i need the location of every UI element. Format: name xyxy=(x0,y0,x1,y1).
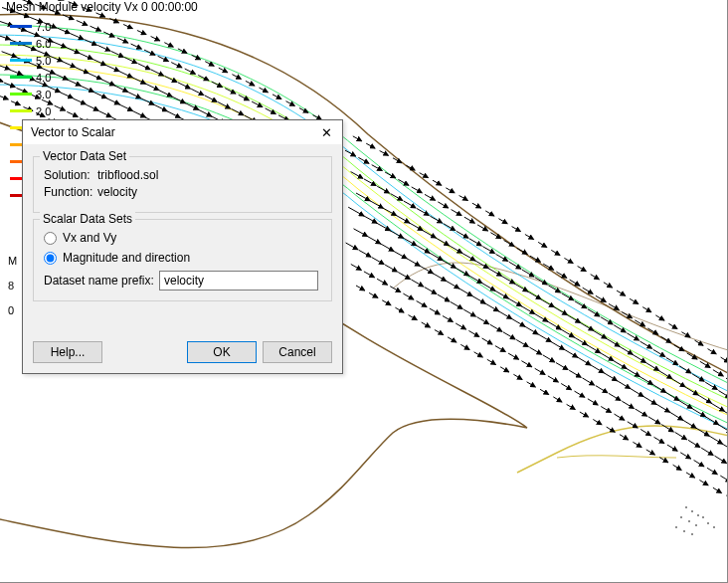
svg-line-279 xyxy=(527,382,536,387)
svg-line-206 xyxy=(430,308,440,314)
svg-line-40 xyxy=(77,21,88,26)
svg-line-66 xyxy=(117,38,128,43)
ok-button[interactable]: OK xyxy=(187,341,257,363)
svg-line-241 xyxy=(490,324,502,331)
svg-line-106 xyxy=(191,89,204,95)
help-button[interactable]: Help... xyxy=(33,341,102,363)
svg-line-161 xyxy=(364,272,375,278)
svg-point-406 xyxy=(713,526,715,528)
svg-line-140 xyxy=(385,172,396,178)
svg-line-288 xyxy=(540,389,549,394)
svg-line-109 xyxy=(219,68,228,73)
svg-line-113 xyxy=(232,75,241,80)
svg-line-232 xyxy=(477,317,489,324)
svg-line-207 xyxy=(422,322,431,327)
svg-line-345 xyxy=(679,366,691,373)
svg-line-274 xyxy=(567,314,581,322)
legend-swatch xyxy=(10,42,32,45)
svg-line-82 xyxy=(138,64,151,70)
cancel-button[interactable]: Cancel xyxy=(263,341,332,363)
svg-line-244 xyxy=(551,250,560,255)
svg-line-384 xyxy=(694,461,704,467)
svg-line-359 xyxy=(654,437,664,443)
svg-line-49 xyxy=(91,26,101,31)
svg-line-321 xyxy=(617,380,631,388)
svg-line-44 xyxy=(54,74,69,80)
close-button[interactable]: ✕ xyxy=(312,122,340,142)
svg-line-268 xyxy=(529,347,541,354)
svg-line-144 xyxy=(354,229,368,237)
solution-value: tribflood.sol xyxy=(97,168,158,182)
svg-line-162 xyxy=(356,286,365,291)
svg-line-390 xyxy=(707,468,717,474)
svg-point-409 xyxy=(691,533,693,535)
svg-line-315 xyxy=(580,412,589,417)
legend-row: 5.0 xyxy=(10,52,55,69)
svg-line-65 xyxy=(123,25,132,29)
svg-line-303 xyxy=(590,365,604,373)
svg-line-204 xyxy=(446,281,459,289)
svg-line-174 xyxy=(430,216,442,223)
svg-line-184 xyxy=(436,238,450,246)
svg-line-55 xyxy=(55,105,66,110)
svg-line-326 xyxy=(661,336,671,342)
svg-line-123 xyxy=(273,95,281,99)
svg-line-271 xyxy=(591,275,600,280)
svg-line-20 xyxy=(0,96,8,99)
svg-line-374 xyxy=(703,415,718,424)
svg-line-73 xyxy=(137,31,146,35)
svg-line-348 xyxy=(656,404,670,412)
svg-line-134 xyxy=(380,151,389,156)
svg-line-231 xyxy=(485,303,499,311)
svg-line-110 xyxy=(212,82,223,88)
svg-line-339 xyxy=(642,396,656,404)
svg-line-102 xyxy=(171,97,185,103)
svg-line-182 xyxy=(452,210,461,216)
svg-line-85 xyxy=(118,104,132,111)
radio-magnitude-direction[interactable] xyxy=(44,252,57,265)
svg-point-401 xyxy=(680,516,682,518)
svg-line-289 xyxy=(617,291,626,295)
prefix-input[interactable] xyxy=(159,271,318,291)
svg-line-383 xyxy=(701,448,713,455)
svg-line-395 xyxy=(713,487,722,492)
svg-line-71 xyxy=(86,104,98,110)
svg-line-74 xyxy=(131,44,142,49)
svg-point-407 xyxy=(675,526,677,528)
svg-line-222 xyxy=(471,295,485,303)
svg-line-256 xyxy=(540,299,554,307)
svg-line-188 xyxy=(403,293,413,299)
svg-line-208 xyxy=(498,219,507,224)
svg-line-79 xyxy=(98,111,111,117)
svg-line-337 xyxy=(658,370,672,378)
svg-line-385 xyxy=(686,473,695,478)
svg-line-263 xyxy=(570,280,580,286)
svg-line-261 xyxy=(500,367,509,372)
svg-line-226 xyxy=(525,235,534,240)
svg-line-277 xyxy=(543,355,555,362)
svg-line-117 xyxy=(246,81,255,86)
svg-line-361 xyxy=(721,357,728,362)
svg-line-259 xyxy=(516,340,528,347)
svg-line-324 xyxy=(593,420,602,425)
svg-line-367 xyxy=(675,432,687,439)
svg-line-389 xyxy=(715,456,727,463)
svg-line-305 xyxy=(575,391,585,397)
legend-value: 3.0 xyxy=(36,89,51,100)
radio-vx-vy[interactable] xyxy=(44,232,57,245)
svg-line-313 xyxy=(596,386,608,393)
svg-line-298 xyxy=(630,298,638,303)
svg-line-54 xyxy=(61,93,74,98)
svg-line-217 xyxy=(512,227,521,232)
group-vector-data-set: Vector Data Set Solution: tribflood.sol … xyxy=(33,156,332,213)
svg-line-351 xyxy=(633,442,641,447)
dialog-titlebar[interactable]: Vector to Scalar ✕ xyxy=(23,120,342,144)
svg-line-152 xyxy=(359,250,371,257)
svg-line-219 xyxy=(496,254,508,261)
function-value: velocity xyxy=(97,185,137,199)
svg-line-78 xyxy=(105,97,119,104)
svg-line-273 xyxy=(575,301,587,308)
close-icon: ✕ xyxy=(321,125,332,140)
svg-line-368 xyxy=(667,445,677,451)
svg-line-330 xyxy=(630,388,643,396)
